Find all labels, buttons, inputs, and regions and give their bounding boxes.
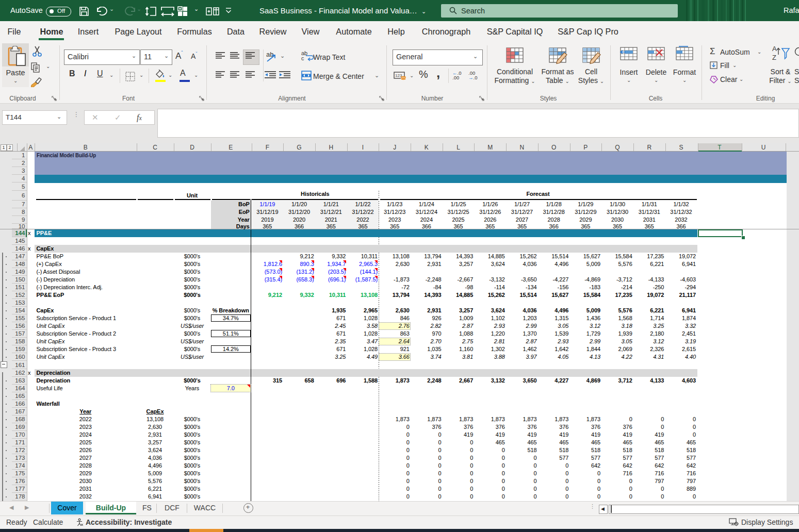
svg-text:Z: Z <box>772 54 776 61</box>
svg-text:A: A <box>772 45 777 53</box>
